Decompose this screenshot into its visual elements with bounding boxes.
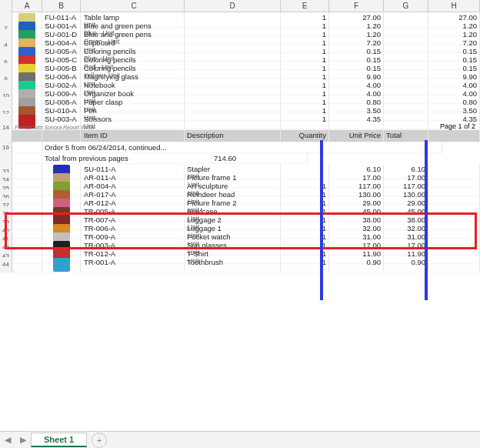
cell[interactable]: TR-001-A (81, 257, 185, 272)
col-header-c[interactable]: C (81, 0, 185, 12)
cell[interactable]: Total (384, 130, 428, 142)
item-icon (42, 257, 81, 272)
total-previous-label[interactable]: Total from previous pages (42, 153, 212, 164)
cell[interactable] (12, 153, 42, 164)
cell[interactable]: 0.90 (329, 257, 384, 272)
row-header[interactable] (0, 130, 12, 142)
col-header-f[interactable]: F (329, 0, 384, 12)
grid[interactable]: FU-011-ATable lamp127.0027.00Unit2SU-001… (0, 12, 480, 272)
tab-prev-icon[interactable]: ◀ (0, 435, 15, 445)
col-header-h[interactable]: H (428, 0, 480, 12)
sheet-tabs: ◀ ▶ Sheet 1 + (0, 431, 480, 448)
col-header-e[interactable]: E (281, 0, 329, 12)
cell[interactable] (12, 142, 42, 153)
continued-text[interactable]: Order 5 from 06/24/2014, continued... (42, 142, 442, 153)
page-label: Page 1 of 2 (440, 122, 475, 130)
tab-sheet1[interactable]: Sheet 1 (31, 433, 87, 447)
table-row: 44TR-001-AToothbrush10.900.90 (0, 257, 480, 272)
col-header-a[interactable]: A (12, 0, 42, 12)
cell[interactable]: Quantity (281, 130, 329, 142)
table-row: 16Order 5 from 06/24/2014, continued... (0, 142, 480, 153)
tab-next-icon[interactable]: ▶ (15, 435, 31, 445)
select-all-cell[interactable] (0, 0, 12, 12)
cell[interactable]: Item ID (81, 130, 185, 142)
row-header[interactable]: 16 (0, 142, 12, 153)
col-header-b[interactable]: B (42, 0, 81, 12)
add-sheet-button[interactable]: + (92, 433, 107, 448)
cell[interactable]: 0.90 (384, 257, 428, 272)
cell[interactable] (428, 257, 480, 272)
column-headers: A B C D E F G H (0, 0, 480, 12)
row-header[interactable]: 14 (0, 122, 12, 130)
table-row: Item IDDescriptionQuantityUnit PriceTota… (0, 130, 480, 142)
cell[interactable]: 1 (281, 257, 329, 272)
printed-note: Printed with Sonora Report Writer (12, 122, 480, 130)
col-header-g[interactable]: G (384, 0, 428, 12)
cell[interactable]: Description (185, 130, 281, 142)
table-row: 14Printed with Sonora Report WriterPage … (0, 122, 480, 130)
row-header[interactable]: 44 (0, 257, 12, 272)
spreadsheet[interactable]: A B C D E F G H FU-011-ATable lamp127.00… (0, 0, 480, 431)
cell[interactable] (12, 130, 42, 142)
cell[interactable] (428, 130, 480, 142)
cell[interactable] (42, 130, 81, 142)
table-row: Total from previous pages714.60 (0, 153, 480, 164)
row-header[interactable] (0, 153, 12, 164)
col-header-d[interactable]: D (185, 0, 281, 12)
total-previous-value[interactable]: 714.60 (212, 153, 308, 164)
cell[interactable] (12, 257, 42, 272)
cell[interactable]: Unit Price (329, 130, 384, 142)
